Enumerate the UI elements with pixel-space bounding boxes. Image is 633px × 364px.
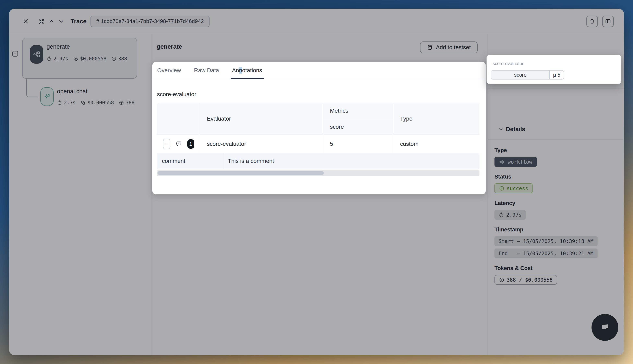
annotation-evaluator-name: score-evaluator [493,61,524,66]
trace-modal: Trace # 1cbb70e7-34a1-7bb7-3498-771b7d46… [9,9,624,355]
tab-overview[interactable]: Overview [157,62,181,79]
comment-count-badge: 1 [187,139,194,149]
scrollbar-thumb[interactable] [158,171,324,175]
row-type-cell: custom [393,135,480,153]
comment-value-cell: This is a comment [223,153,480,169]
comment-key-cell: comment [157,153,223,169]
comment-icon[interactable] [176,141,182,147]
page-background: { "window": { "title": "Trace", "trace_i… [0,0,633,364]
comment-row: comment This is a comment [157,153,480,169]
row-controls-cell: 1 [157,135,200,153]
metric-name-label: score [330,124,344,130]
annotations-table: Evaluator Metrics score Type [157,103,480,176]
horizontal-scrollbar[interactable] [157,170,480,176]
column-header-label: Metrics [330,108,348,114]
table-header-evaluator: Evaluator [200,103,323,134]
tab-annotations[interactable]: Annotations [232,62,262,79]
table-row[interactable]: 1 score-evaluator 5 custom [157,135,480,153]
table-header-row: Evaluator Metrics score Type [157,103,480,135]
metrics-header-cell: Metrics [323,103,393,119]
evaluator-section-title: score-evaluator [157,91,196,98]
metric-name-cell: score [323,119,393,134]
metric-name-segment: score [491,70,550,79]
annotation-score-card: score-evaluator score μ 5 [486,55,622,84]
minus-square-icon [165,142,168,146]
metric-value-segment: μ 5 [550,70,564,79]
tab-label-part: otations [242,67,262,74]
tab-raw-data[interactable]: Raw Data [194,62,219,79]
column-header-label: Type [400,116,412,122]
collapse-row-button[interactable] [163,139,170,149]
table-header-metrics: Metrics score [323,103,393,134]
row-score-cell: 5 [323,135,393,153]
tab-bar: Overview Raw Data Annotations [152,62,486,79]
column-header-label: Evaluator [207,116,231,122]
span-tabs-card: Overview Raw Data Annotations score-eval… [152,62,486,194]
table-header-type: Type [393,103,480,134]
row-evaluator-cell: score-evaluator [200,135,323,153]
tab-label-part: An [232,67,239,74]
table-header-controls [157,103,200,134]
tab-label-selection: n [239,67,242,74]
annotation-metric-pill[interactable]: score μ 5 [491,70,564,80]
